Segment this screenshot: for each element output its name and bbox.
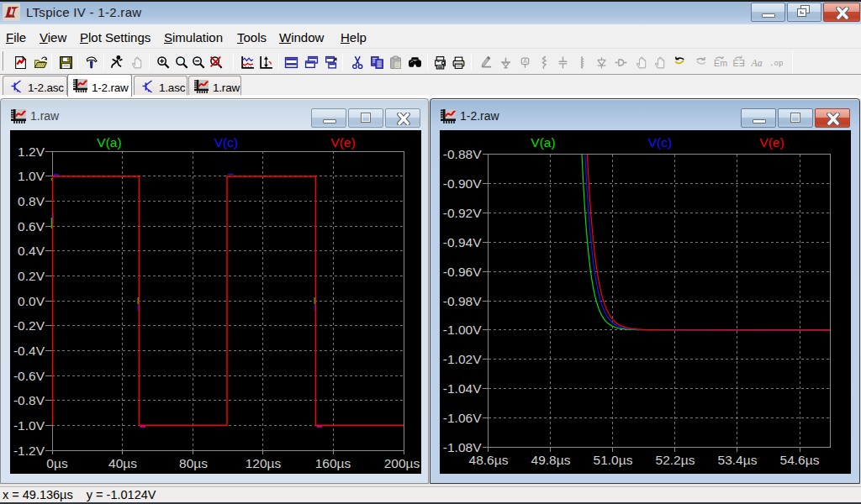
svg-text:-1.06V: -1.06V bbox=[443, 411, 482, 425]
svg-text:48.6µs: 48.6µs bbox=[469, 453, 509, 467]
svg-text:V(a): V(a) bbox=[97, 135, 121, 150]
svg-text:200µs: 200µs bbox=[384, 456, 420, 470]
svg-text:0.6V: 0.6V bbox=[18, 219, 45, 234]
svg-text:0.0V: 0.0V bbox=[18, 294, 45, 308]
svg-text:-0.8V: -0.8V bbox=[13, 393, 45, 407]
svg-text:-0.6V: -0.6V bbox=[13, 369, 45, 383]
svg-text:0.8V: 0.8V bbox=[18, 194, 45, 208]
svg-text:-0.92V: -0.92V bbox=[443, 206, 482, 220]
svg-text:EƎ: EƎ bbox=[733, 58, 745, 68]
svg-text:-0.4V: -0.4V bbox=[13, 344, 45, 358]
svg-text:V(c): V(c) bbox=[648, 135, 672, 150]
svg-text:120µs: 120µs bbox=[246, 456, 282, 470]
svg-text:54.6µs: 54.6µs bbox=[780, 453, 820, 467]
svg-text:V(e): V(e) bbox=[330, 135, 355, 150]
svg-text:V(a): V(a) bbox=[531, 135, 555, 150]
svg-text:-1.2V: -1.2V bbox=[13, 444, 45, 458]
svg-text:1.2V: 1.2V bbox=[18, 144, 45, 159]
svg-text:0.4V: 0.4V bbox=[18, 244, 45, 258]
svg-text:-0.96V: -0.96V bbox=[443, 265, 482, 279]
svg-text:-1.02V: -1.02V bbox=[443, 352, 482, 366]
svg-text:Em: Em bbox=[714, 58, 727, 68]
svg-text:51.0µs: 51.0µs bbox=[594, 453, 633, 467]
svg-text:40µs: 40µs bbox=[108, 456, 137, 470]
svg-text:80µs: 80µs bbox=[179, 456, 208, 470]
svg-text:A: A bbox=[523, 58, 527, 64]
svg-text:53.4µs: 53.4µs bbox=[718, 453, 758, 467]
svg-text:160µs: 160µs bbox=[315, 456, 351, 470]
svg-text:-0.98V: -0.98V bbox=[443, 294, 482, 308]
svg-text:-0.90V: -0.90V bbox=[443, 176, 482, 191]
svg-text:1.0V: 1.0V bbox=[18, 169, 45, 183]
svg-text:V(c): V(c) bbox=[214, 135, 238, 150]
svg-text:-1.00V: -1.00V bbox=[443, 323, 482, 337]
svg-text:-0.88V: -0.88V bbox=[443, 147, 482, 161]
svg-text:49.8µs: 49.8µs bbox=[531, 453, 571, 467]
svg-text:0.2V: 0.2V bbox=[18, 269, 45, 283]
svg-text:V(e): V(e) bbox=[759, 135, 784, 150]
svg-text:.op: .op bbox=[769, 59, 783, 68]
svg-text:0µs: 0µs bbox=[46, 456, 68, 470]
svg-text:-1.0V: -1.0V bbox=[13, 418, 45, 433]
svg-text:-0.2V: -0.2V bbox=[13, 318, 45, 333]
svg-text:Aa: Aa bbox=[751, 58, 763, 69]
svg-text:-0.94V: -0.94V bbox=[443, 235, 482, 249]
svg-text:52.2µs: 52.2µs bbox=[656, 453, 695, 467]
svg-text:-1.04V: -1.04V bbox=[443, 381, 482, 396]
